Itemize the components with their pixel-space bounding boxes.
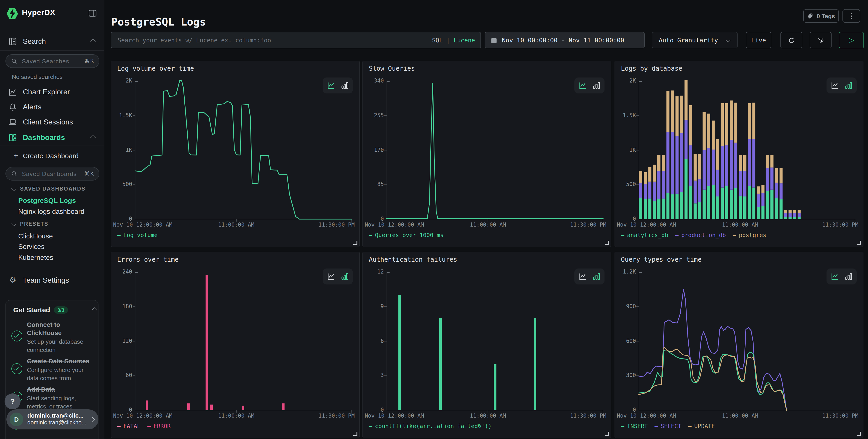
sidebar-item-label: Client Sessions [23, 118, 73, 126]
x-axis-tick-label: Nov 10 12:00:00 AM [617, 413, 676, 419]
sidebar-preset-services[interactable]: Services [18, 243, 44, 250]
x-axis-tick-label: 11:30:00 PM [822, 413, 859, 419]
no-saved-searches-text: No saved searches [12, 73, 63, 80]
shortcut-badge: ⌘K [84, 170, 94, 177]
user-menu[interactable]: D dominic.tran@clic... dominic.tran@clic… [6, 409, 98, 430]
y-axis-tick-label: 255 [363, 112, 384, 119]
legend-swatch: — [654, 422, 658, 430]
refresh-button[interactable] [780, 32, 802, 48]
help-button[interactable]: ? [5, 394, 21, 409]
sidebar-item-team-settings[interactable]: ⚙ Team Settings [0, 274, 104, 287]
sidebar-item-alerts[interactable]: Alerts [0, 100, 104, 114]
chevron-up-icon[interactable] [92, 307, 97, 313]
granularity-select[interactable]: Auto Granularity [652, 32, 738, 48]
y-axis-tick-label: 1K [111, 147, 132, 153]
resize-handle[interactable] [857, 432, 861, 436]
run-query-button[interactable]: ▷ [839, 32, 864, 48]
saved-searches-search[interactable]: ⌘K [5, 54, 99, 68]
legend-label: countIf(like(arr..ation failed%')) [375, 422, 492, 430]
legend-item: —Log volume [117, 231, 158, 239]
saved-searches-input[interactable] [21, 57, 78, 65]
tags-button[interactable]: 0 Tags [803, 9, 839, 23]
legend-item: —FATAL [117, 422, 141, 430]
chart-title: Logs by database [621, 65, 682, 72]
resize-handle[interactable] [353, 432, 358, 436]
sidebar-dashboard-nginx-logs[interactable]: Nginx logs dashboard [18, 208, 84, 215]
collapse-sidebar-icon[interactable] [88, 8, 98, 18]
y-axis-tick-label: 1.5K [615, 112, 636, 119]
legend-swatch: — [621, 231, 624, 239]
search-nav-icon [8, 37, 17, 46]
sidebar-item-chart-explorer[interactable]: Chart Explorer [0, 85, 104, 99]
event-search-input[interactable] [117, 36, 432, 44]
legend-item: —SELECT [654, 422, 681, 430]
sidebar-item-label: Chart Explorer [23, 88, 70, 96]
get-started-title: Get Started [13, 306, 50, 314]
chevron-up-icon[interactable] [91, 135, 96, 140]
y-axis-tick-label: 0 [615, 216, 636, 222]
sidebar-preset-kubernetes[interactable]: Kubernetes [18, 253, 53, 261]
presets-section-header[interactable]: PRESETS [12, 221, 48, 226]
x-axis-tick-label: Nov 10 12:00:00 AM [365, 413, 424, 419]
date-range-picker[interactable]: Nov 10 00:00:00 - Nov 11 00:00:00 [485, 32, 645, 48]
resize-handle[interactable] [857, 241, 861, 245]
live-button[interactable]: Live [746, 32, 771, 48]
saved-dashboards-input[interactable] [21, 170, 78, 178]
lucene-mode-button[interactable]: Lucene [454, 37, 475, 43]
tags-label: 0 Tags [817, 12, 835, 20]
chart-card-query-types: Query types over time 1.2K9006003000Nov … [615, 252, 863, 438]
legend-item: —production_db [675, 231, 726, 239]
plot-area [639, 81, 855, 219]
dashboards-grid-icon [8, 133, 17, 142]
main-content: PostgreSQL Logs 0 Tags ⋮ SQL | Lucene No… [104, 0, 868, 439]
x-axis-tick-label: 11:30:00 PM [318, 222, 355, 228]
legend-item: —UPDATE [688, 422, 715, 430]
sidebar-preset-clickhouse[interactable]: ClickHouse [18, 232, 53, 240]
sidebar-item-search[interactable]: Search [0, 35, 104, 48]
chart-legend: —countIf(like(arr..ation failed%')) [369, 422, 492, 430]
legend-label: postgres [739, 231, 766, 239]
resize-handle[interactable] [353, 241, 358, 245]
section-label: PRESETS [20, 221, 48, 226]
play-icon: ▷ [848, 36, 854, 44]
chart-card-slow-queries: Slow Queries 340255170850Nov 10 12:00:00… [363, 61, 611, 247]
shortcut-badge: ⌘K [84, 58, 94, 64]
legend-label: Log volume [123, 231, 158, 239]
avatar: D [9, 413, 23, 426]
sidebar-dashboard-postgresql-logs[interactable]: PostgreSQL Logs [18, 196, 76, 204]
legend-item: —Queries over 1000 ms [369, 231, 443, 239]
create-dashboard-button[interactable]: + Create Dashboard [0, 150, 104, 161]
plot-area [135, 272, 351, 410]
panel-menu-button[interactable]: ⋮ [842, 9, 860, 23]
legend-label: ERROR [153, 422, 170, 430]
legend-label: SELECT [660, 422, 681, 430]
page-title: PostgreSQL Logs [111, 16, 206, 28]
event-search-bar: SQL | Lucene [111, 32, 481, 48]
gear-icon: ⚙ [8, 276, 17, 285]
saved-dashboards-section-header[interactable]: SAVED DASHBOARDS [12, 186, 86, 191]
brand-name: HyperDX [22, 8, 55, 17]
sidebar-item-client-sessions[interactable]: Client Sessions [0, 115, 104, 129]
chevron-up-icon[interactable] [91, 39, 96, 44]
x-axis-tick-label: 11:00:00 AM [470, 413, 506, 419]
y-axis-tick-label: 9 [363, 303, 384, 310]
y-axis-tick-label: 0 [363, 407, 384, 413]
divider [0, 50, 104, 51]
filter-button[interactable] [810, 32, 832, 48]
chart-title: Authentication failures [369, 256, 457, 263]
x-axis-tick-label: 11:00:00 AM [218, 413, 254, 419]
plot-area [386, 272, 603, 410]
chart-explorer-icon [8, 88, 17, 97]
get-started-item-desc: Set up your database connection [27, 338, 93, 354]
sidebar-item-dashboards[interactable]: Dashboards [0, 131, 104, 145]
y-axis-tick-label: 0 [615, 407, 636, 413]
resize-handle[interactable] [605, 432, 609, 436]
legend-label: INSERT [627, 422, 648, 430]
legend-label: Queries over 1000 ms [375, 231, 443, 239]
resize-handle[interactable] [605, 241, 609, 245]
get-started-item: Create Data Sources Configure where your… [11, 357, 93, 382]
sidebar-item-label: Search [23, 37, 46, 45]
sql-mode-button[interactable]: SQL [432, 37, 443, 43]
saved-dashboards-search[interactable]: ⌘K [5, 167, 99, 181]
chart-legend: —INSERT—SELECT—UPDATE [621, 422, 715, 430]
